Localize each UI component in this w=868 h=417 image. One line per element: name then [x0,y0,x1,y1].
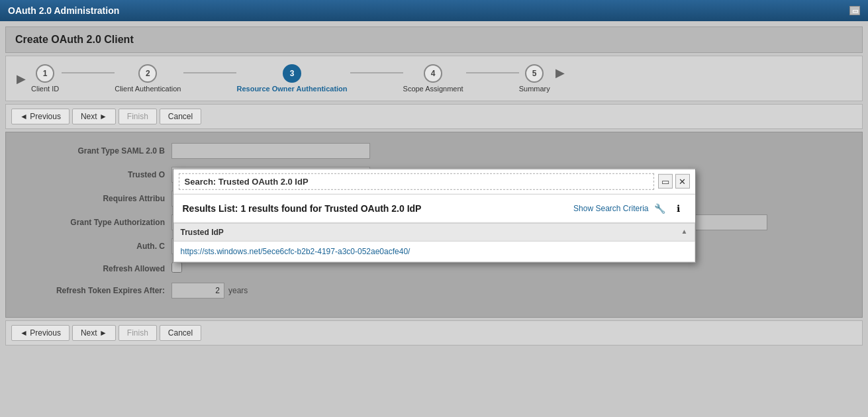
search-dialog: ▭ ✕ Results List: 1 results found for Tr… [173,168,696,262]
table-header-trusted-idp: Trusted IdP ▲ [173,223,695,241]
minimize-button[interactable]: ▭ [849,6,860,15]
top-finish-button[interactable]: Finish [119,109,157,124]
help-icon[interactable]: ℹ [671,201,686,215]
wizard-step-2: 2 Client Authentication [115,64,181,93]
table-cell-trusted-idp[interactable]: https://sts.windows.net/5ece6cfc-b2b2-41… [173,241,695,261]
wizard-step-4: 4 Scope Assignment [403,64,463,93]
wizard-step-5: 5 Summary [519,64,550,93]
app-title: OAuth 2.0 Administration [8,5,119,16]
main-container: Create OAuth 2.0 Client ▶ 1 Client ID 2 … [0,21,868,417]
step-circle-5: 5 [525,64,544,83]
step-circle-4: 4 [424,64,442,83]
top-cancel-button[interactable]: Cancel [160,109,201,124]
step-connector-4 [466,72,519,73]
step-label-4: Scope Assignment [403,85,463,93]
results-table: Trusted IdP ▲ https://sts.windows.net/5e… [173,222,695,261]
bottom-next-button[interactable]: Next ► [72,325,116,341]
step-circle-3: 3 [283,64,301,83]
table-row[interactable]: https://sts.windows.net/5ece6cfc-b2b2-41… [173,241,695,261]
results-title: Results List: 1 results found for Truste… [183,203,422,213]
wizard-steps: ▶ 1 Client ID 2 Client Authentication 3 … [17,64,851,93]
content-wrapper: Grant Type SAML 2.0 B Trusted O Requires… [5,132,863,318]
wizard-step-1: 1 Client ID [31,64,59,93]
step-connector-2 [183,72,236,73]
results-actions: Show Search Criteria 🔧 ℹ [573,201,685,215]
step-label-2: Client Authentication [115,85,181,93]
dialog-close-button[interactable]: ✕ [675,174,690,189]
dialog-results-header: Results List: 1 results found for Truste… [173,194,695,222]
page-title: Create OAuth 2.0 Client [5,26,863,53]
sort-icon: ▲ [681,227,688,234]
dialog-search-input[interactable] [179,173,654,189]
dialog-search-bar: ▭ ✕ [173,169,695,194]
bottom-finish-button[interactable]: Finish [119,325,157,341]
show-criteria-link[interactable]: Show Search Criteria [573,203,648,212]
wizard-steps-container: ▶ 1 Client ID 2 Client Authentication 3 … [5,56,863,101]
wizard-start-arrow: ▶ [17,71,26,86]
step-connector-3 [350,72,403,73]
top-previous-button[interactable]: ◄ Previous [11,109,70,124]
bottom-cancel-button[interactable]: Cancel [160,325,201,341]
wizard-end-arrow: ▶ [555,66,565,80]
top-next-button[interactable]: Next ► [72,109,116,124]
step-label-5: Summary [519,85,550,93]
step-circle-2: 2 [138,64,157,83]
bottom-toolbar: ◄ Previous Next ► Finish Cancel [5,320,863,346]
step-label-3: Resource Owner Authentication [236,85,347,93]
wizard-step-3: 3 Resource Owner Authentication [236,64,347,93]
bottom-previous-button[interactable]: ◄ Previous [11,325,70,341]
search-settings-icon[interactable]: 🔧 [653,201,667,215]
top-toolbar: ◄ Previous Next ► Finish Cancel [5,104,863,129]
title-controls: ▭ [849,6,860,15]
step-circle-1: 1 [36,64,54,83]
step-connector-1 [62,72,115,73]
step-label-1: Client ID [31,85,59,93]
title-bar: OAuth 2.0 Administration ▭ [0,0,868,21]
dialog-search-controls: ▭ ✕ [658,174,690,189]
dialog-minimize-button[interactable]: ▭ [658,174,673,189]
